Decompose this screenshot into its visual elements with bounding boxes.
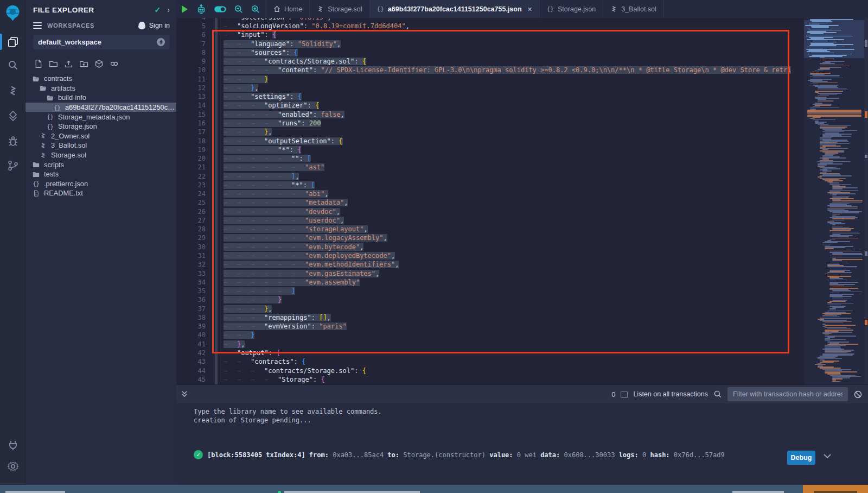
workspaces-menu-icon[interactable] [33, 22, 42, 29]
minimap[interactable] [804, 18, 864, 384]
tree-item-label: scripts [44, 161, 64, 169]
tree-item--prettierrc-json[interactable]: {}.prettierrc.json [25, 179, 176, 189]
debugger-icon[interactable] [7, 135, 20, 148]
code-editor[interactable]: 4→"solcVersion": "0.8.19",5→"solcLongVer… [176, 18, 868, 384]
tree-item-artifacts[interactable]: artifacts [25, 84, 176, 93]
ipfs-cube-icon[interactable] [94, 59, 104, 68]
tree-item-contracts[interactable]: contracts [25, 74, 176, 84]
code-line-30[interactable]: 30→→→→→→"evm.bytecode", [176, 243, 791, 251]
git-icon[interactable] [7, 159, 20, 172]
code-line-12[interactable]: 12→→}, [176, 84, 791, 92]
code-line-39[interactable]: 39→→→"evmVersion": "paris" [176, 322, 791, 331]
code-line-4[interactable]: 4→"solcVersion": "0.8.19", [176, 18, 791, 22]
tree-item-storage-metadata-json[interactable]: {}Storage_metadata.json [25, 112, 176, 122]
tab-storage-sol[interactable]: Storage.sol [310, 0, 369, 18]
new-folder-icon[interactable] [49, 59, 58, 68]
code-line-14[interactable]: 14→→→"optimizer": { [176, 101, 791, 110]
tab-storage-json[interactable]: {}Storage.json [540, 0, 603, 18]
ai-assistant-robot-icon[interactable] [196, 4, 207, 15]
code-line-6[interactable]: 6→"input": { [176, 30, 791, 39]
code-line-36[interactable]: 36→→→→} [176, 295, 791, 304]
code-line-38[interactable]: 38→→→"remappings": [], [176, 313, 791, 322]
code-line-26[interactable]: 26→→→→→→"devdoc", [176, 207, 791, 216]
debug-button[interactable]: Debug [787, 451, 815, 465]
search-icon[interactable] [7, 59, 20, 72]
code-lines[interactable]: 4→"solcVersion": "0.8.19",5→"solcLongVer… [176, 18, 791, 384]
tab-home[interactable]: Home [266, 0, 310, 18]
tree-item-storage-json[interactable]: {}Storage.json [25, 122, 176, 131]
code-line-18[interactable]: 18→→→"outputSelection": { [176, 137, 791, 146]
tab-3-ballot-sol[interactable]: 3_Ballot.sol [603, 0, 664, 18]
terminal-output[interactable]: Type the library name to see available c… [176, 403, 868, 485]
settings-gear-icon[interactable] [7, 460, 20, 473]
code-line-17[interactable]: 17→→→}, [176, 128, 791, 136]
tree-item-storage-sol[interactable]: Storage.sol [25, 150, 176, 160]
code-line-8[interactable]: 8→→"sources": { [176, 48, 791, 57]
tree-item-build-info[interactable]: build-info [25, 93, 176, 103]
code-line-37[interactable]: 37→→→}, [176, 305, 791, 313]
statusbar-alert-segment[interactable] [803, 485, 868, 493]
code-line-27[interactable]: 27→→→→→→"userdoc", [176, 216, 791, 225]
tree-item-scripts[interactable]: scripts [25, 160, 176, 169]
code-line-40[interactable]: 40→→} [176, 331, 791, 339]
tree-item-2-owner-sol[interactable]: 2_Owner.sol [25, 131, 176, 141]
code-line-29[interactable]: 29→→→→→→"evm.legacyAssembly", [176, 233, 791, 242]
code-line-7[interactable]: 7→→"language": "Solidity", [176, 40, 791, 48]
sign-in-button[interactable]: Sign in [138, 22, 170, 29]
code-line-28[interactable]: 28→→→→→→"storageLayout", [176, 225, 791, 233]
zoom-out-icon[interactable] [234, 4, 244, 14]
tx-expand-chevron-icon[interactable] [823, 453, 832, 460]
deploy-run-icon[interactable] [7, 110, 20, 123]
code-line-31[interactable]: 31→→→→→→"evm.deployedBytecode", [176, 251, 791, 260]
close-tab-icon[interactable]: × [528, 5, 532, 14]
run-script-icon[interactable] [181, 5, 189, 14]
code-line-20[interactable]: 20→→→→→"": [ [176, 154, 791, 163]
remix-logo-icon[interactable] [3, 3, 23, 23]
code-line-25[interactable]: 25→→→→→→"metadata", [176, 198, 791, 207]
code-line-33[interactable]: 33→→→→→→"evm.gasEstimates", [176, 269, 791, 278]
code-line-13[interactable]: 13→→"settings": { [176, 92, 791, 101]
code-line-35[interactable]: 35→→→→→] [176, 287, 791, 295]
solidity-compiler-icon[interactable] [7, 84, 20, 97]
ai-toggle-icon[interactable] [214, 4, 227, 15]
file-explorer-icon[interactable] [7, 35, 20, 48]
code-line-10[interactable]: 10→→→→"content": "// SPDX-License-Identi… [176, 66, 791, 74]
code-line-42[interactable]: 42→"output": { [176, 349, 791, 357]
upload-folder-icon[interactable] [79, 59, 88, 68]
code-line-19[interactable]: 19→→→→"*": { [176, 146, 791, 154]
code-line-21[interactable]: 21→→→→→→"ast" [176, 163, 791, 172]
tree-item-a69b43f277ba20fcac141151250ca7-[interactable]: {}a69b43f277ba20fcac141151250ca7... [25, 103, 176, 112]
code-line-32[interactable]: 32→→→→→→"evm.methodIdentifiers", [176, 260, 791, 269]
tree-item-3-ballot-sol[interactable]: 3_Ballot.sol [25, 141, 176, 150]
chevron-right-icon[interactable]: › [167, 5, 170, 14]
new-file-icon[interactable] [34, 59, 43, 68]
transaction-row[interactable]: ✓ [block:5583405 txIndex:4] from: 0xa03.… [194, 450, 725, 459]
line-number: 34 [181, 278, 206, 287]
expand-terminal-icon[interactable] [181, 390, 188, 399]
code-line-15[interactable]: 15→→→→"enabled": false, [176, 110, 791, 119]
listen-checkbox[interactable] [621, 391, 628, 398]
code-line-5[interactable]: 5→"solcLongVersion": "0.8.19+commit.7dd6… [176, 22, 791, 30]
code-line-43[interactable]: 43→→"contracts": { [176, 357, 791, 366]
code-line-9[interactable]: 9→→→"contracts/Storage.sol": { [176, 57, 791, 66]
tx-filter-input[interactable] [727, 387, 848, 401]
zoom-in-icon[interactable] [251, 4, 260, 14]
tab-a69b43f277ba20fcac141151250ca755-json[interactable]: {}a69b43f277ba20fcac141151250ca755.json× [370, 0, 540, 18]
clear-console-icon[interactable] [853, 390, 863, 399]
code-line-23[interactable]: 23→→→→→"*": [ [176, 181, 791, 189]
tree-item-tests[interactable]: tests [25, 169, 176, 179]
tree-item-readme-txt[interactable]: README.txt [25, 188, 176, 198]
code-line-11[interactable]: 11→→→} [176, 75, 791, 84]
code-line-24[interactable]: 24→→→→→→"abi", [176, 189, 791, 198]
link-icon[interactable] [110, 59, 119, 68]
line-content: →→} [224, 331, 254, 339]
code-line-34[interactable]: 34→→→→→→"evm.assembly" [176, 278, 791, 287]
code-line-45[interactable]: 45→→→→"Storage": { [176, 375, 791, 384]
code-line-44[interactable]: 44→→→"contracts/Storage.sol": { [176, 366, 791, 375]
plugin-manager-icon[interactable] [7, 439, 20, 452]
code-line-41[interactable]: 41→}, [176, 340, 791, 349]
code-line-22[interactable]: 22→→→→→], [176, 172, 791, 181]
code-line-16[interactable]: 16→→→→"runs": 200 [176, 119, 791, 128]
workspace-select[interactable]: default_workspace [33, 35, 170, 49]
upload-file-icon[interactable] [64, 59, 73, 68]
